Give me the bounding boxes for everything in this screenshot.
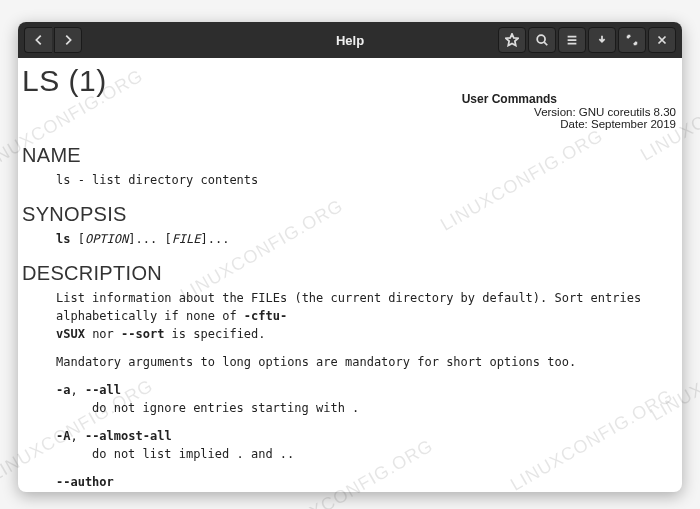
svg-point-0	[537, 35, 545, 43]
option-A: -A, --almost-all do not list implied . a…	[18, 427, 682, 463]
close-icon	[655, 33, 669, 47]
close-button[interactable]	[648, 27, 676, 53]
menu-button[interactable]	[558, 27, 586, 53]
titlebar: Help	[18, 22, 682, 58]
option-author: --author with -l, print the author of ea…	[18, 473, 682, 492]
star-icon	[505, 33, 519, 47]
forward-button[interactable]	[54, 27, 82, 53]
bookmark-button[interactable]	[498, 27, 526, 53]
opt-flag: --almost-all	[85, 429, 172, 443]
section-synopsis-heading: SYNOPSIS	[18, 203, 682, 226]
search-button[interactable]	[528, 27, 556, 53]
section-synopsis-text: ls [OPTION]... [FILE]...	[18, 230, 682, 248]
opt-flag: --author	[56, 475, 114, 489]
maximize-button[interactable]	[618, 27, 646, 53]
page-title: LS (1)	[18, 64, 337, 98]
synopsis-cmd: ls	[56, 232, 70, 246]
man-date: Date: September 2019	[337, 118, 682, 130]
help-window: Help LS (1)	[18, 22, 682, 492]
search-icon	[535, 33, 549, 47]
opt-desc: do not list implied . and ..	[56, 445, 670, 463]
opt-desc: with -l, print the author of each file	[56, 491, 670, 492]
opt-flag: --all	[85, 383, 121, 397]
synopsis-option: OPTION	[85, 232, 128, 246]
arrow-left-icon	[32, 33, 46, 47]
section-name-heading: NAME	[18, 144, 682, 167]
back-button[interactable]	[24, 27, 52, 53]
opt-flag: -a	[56, 383, 70, 397]
opt-desc: do not ignore entries starting with .	[56, 399, 670, 417]
desc-flag: -cftu-	[244, 309, 287, 323]
arrow-right-icon	[61, 33, 75, 47]
maximize-icon	[625, 33, 639, 47]
section-name-text: ls - list directory contents	[18, 171, 682, 189]
desc-text: nor	[85, 327, 121, 341]
description-para2: Mandatory arguments to long options are …	[18, 353, 682, 371]
option-a: -a, --all do not ignore entries starting…	[18, 381, 682, 417]
synopsis-file: FILE	[172, 232, 201, 246]
desc-flag: vSUX	[56, 327, 85, 341]
minimize-button[interactable]	[588, 27, 616, 53]
desc-text: is specified.	[164, 327, 265, 341]
desc-flag: --sort	[121, 327, 164, 341]
man-version: Version: GNU coreutils 8.30	[337, 106, 682, 118]
hamburger-icon	[565, 33, 579, 47]
desc-text: List information about the FILEs (the cu…	[56, 291, 641, 323]
minimize-icon	[595, 33, 609, 47]
section-description-heading: DESCRIPTION	[18, 262, 682, 285]
opt-flag: -A	[56, 429, 70, 443]
man-category: User Commands	[337, 92, 682, 106]
description-para1: List information about the FILEs (the cu…	[18, 289, 682, 343]
manpage-content[interactable]: LS (1) User Commands Version: GNU coreut…	[18, 58, 682, 492]
